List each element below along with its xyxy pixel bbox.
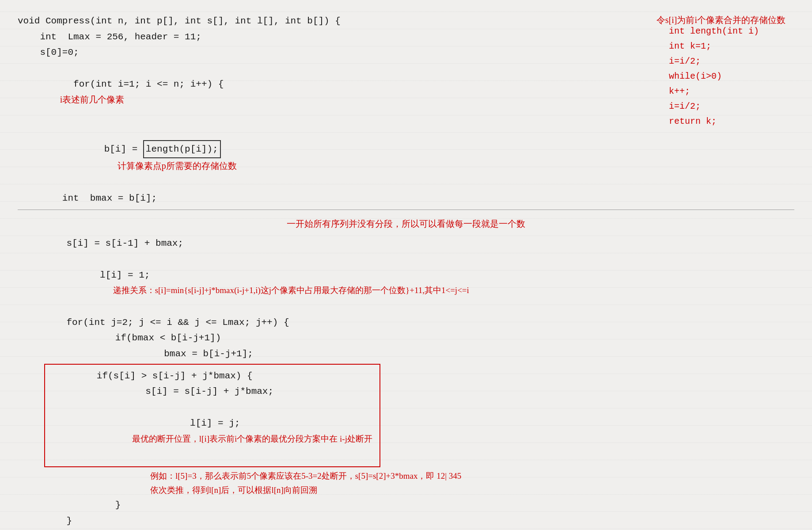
if1-line: if(bmax < b[i-j+1]) (18, 330, 794, 346)
bmax-line: int bmax = b[i]; (18, 191, 794, 206)
redbox-si-line: s[i] = s[i-j] + j*bmax; (52, 384, 372, 400)
for2-line: for(int j=2; j <= i && j <= Lmax; j++) { (18, 315, 794, 331)
code-area: 令s[i]为前i个像素合并的存储位数 void Compress(int n, … (18, 9, 794, 530)
close-for2: } (18, 513, 794, 529)
recur-annotation: 递推关系：s[i]=min{s[i-j]+j*bmax(i-j+1,i)这j个像… (113, 286, 469, 295)
separator (18, 210, 794, 210)
page: 令s[i]为前i个像素合并的存储位数 void Compress(int n, … (0, 0, 812, 530)
redbox-if-line: if(s[i] > s[i-j] + j*bmax) { (52, 368, 372, 384)
li-line: l[i] = 1; 递推关系：s[i]=min{s[i-j]+j*bmax(i-… (18, 252, 794, 315)
redbox-li-line: l[i] = j; 最优的断开位置，l[i]表示前i个像素的最优分段方案中在 i… (52, 400, 372, 463)
lmax-line: int Lmax = 256, header = 11; (18, 29, 794, 45)
bi-line: b[i] = length(p[i]); 计算像素点p所需要的存储位数 (18, 124, 794, 191)
example-line2: 依次类推，得到l[n]后，可以根据l[n]向前回溯 (150, 483, 794, 497)
red-box-block: if(s[i] > s[i-j] + j*bmax) { s[i] = s[i-… (44, 364, 380, 467)
for1-annotation: i表述前几个像素 (60, 95, 125, 104)
si-bmax-line: s[i] = s[i-1] + bmax; (18, 236, 794, 252)
length-call-boxed: length(p[i]); (143, 140, 221, 159)
close-inner: } (18, 497, 794, 513)
example-line1: 例如：l[5]=3，那么表示前5个像素应该在5-3=2处断开，s[5]=s[2]… (150, 469, 794, 483)
li-j-annotation: 最优的断开位置，l[i]表示前i个像素的最优分段方案中在 i-j处断开 (132, 434, 372, 443)
separator-annotation: 一开始所有序列并没有分段，所以可以看做每一段就是一个数 (18, 214, 794, 234)
bi-annotation: 计算像素点p所需要的存储位数 (118, 161, 237, 171)
s0-line: s[0]=0; (18, 45, 794, 61)
for1-line: for(int i=1; i <= n; i++) { i表述前几个像素 (18, 61, 794, 124)
bmax2-line: bmax = b[i-j+1]; (18, 346, 794, 362)
